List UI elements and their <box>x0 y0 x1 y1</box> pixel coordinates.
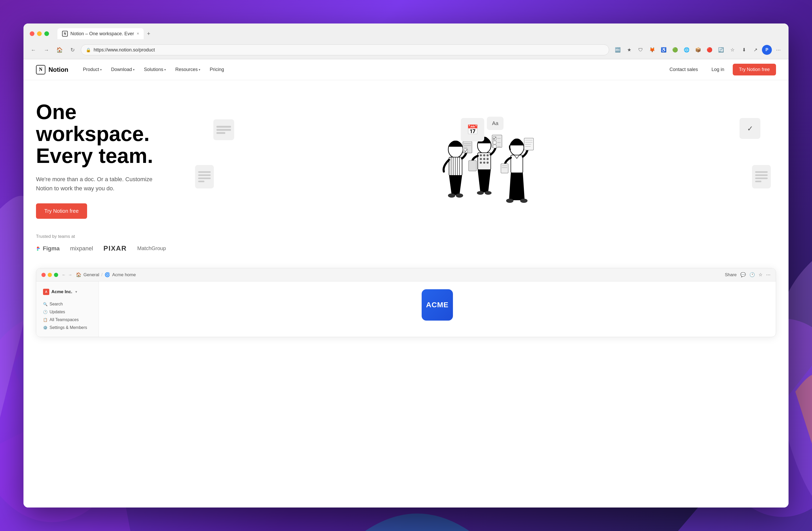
app-minimize-dot[interactable] <box>48 273 52 277</box>
more-action-icon[interactable]: ⋯ <box>766 272 770 278</box>
notion-logo-link[interactable]: N Notion <box>36 65 68 74</box>
browser-toolbar: ← → 🏠 ↻ 🔒 https://www.notion.so/product … <box>24 42 788 59</box>
ext3-icon[interactable]: 📦 <box>693 45 703 55</box>
share-icon[interactable]: ↗ <box>751 45 760 55</box>
svg-rect-35 <box>468 160 476 171</box>
app-actions: Share 💬 🕐 ☆ ⋯ <box>725 272 770 278</box>
minimize-button[interactable] <box>37 31 42 36</box>
sidebar-teamspaces-item[interactable]: 📋 All Teamspaces <box>40 316 95 324</box>
sidebar-search-item[interactable]: 🔍 Search <box>40 300 95 308</box>
ext1-icon[interactable]: 🟢 <box>670 45 680 55</box>
nav-actions: Contact sales Log in Try Notion free <box>664 64 776 75</box>
nav-solutions[interactable]: Solutions ▾ <box>140 65 170 74</box>
acme-logo: ACME <box>422 289 453 321</box>
back-button[interactable]: ← <box>29 45 38 55</box>
svg-point-26 <box>483 162 485 164</box>
float-check-card: ✓ <box>740 118 760 139</box>
lock-icon: 🔒 <box>86 47 91 53</box>
breadcrumb-page-icon: 🌀 <box>104 272 110 278</box>
bookmark-icon[interactable]: ☆ <box>727 45 737 55</box>
tab-close-btn[interactable]: × <box>136 31 139 36</box>
app-sidebar: A Acme Inc. ▾ 🔍 Search 🕐 Updates 📋 <box>36 281 99 337</box>
app-back-btn[interactable]: ← <box>62 273 66 277</box>
sidebar-settings-item[interactable]: ⚙️ Settings & Members <box>40 324 95 332</box>
breadcrumb-page-name: Acme home <box>112 272 136 278</box>
app-preview: ← → 🏠 General / 🌀 Acme home Share 💬 🕐 ☆ … <box>36 268 776 337</box>
chevron-down-icon: ▾ <box>164 68 166 71</box>
browser-chrome: N Notion – One workspace. Ever × + ← → 🏠… <box>24 24 788 59</box>
home-button[interactable]: 🏠 <box>55 45 64 55</box>
svg-point-20 <box>483 154 485 156</box>
login-button[interactable]: Log in <box>706 64 729 75</box>
svg-point-14 <box>448 193 455 198</box>
svg-point-25 <box>480 162 482 164</box>
profile-icon[interactable]: P <box>762 45 772 55</box>
svg-point-23 <box>483 158 485 160</box>
tab-title: Notion – One workspace. Ever <box>70 31 134 37</box>
svg-point-15 <box>456 193 463 198</box>
app-titlebar: ← → 🏠 General / 🌀 Acme home Share 💬 🕐 ☆ … <box>36 268 776 281</box>
window-controls <box>30 31 49 36</box>
app-nav-buttons: ← → <box>62 273 72 277</box>
updates-icon: 🕐 <box>43 310 47 314</box>
app-main-content: ACME <box>99 281 776 337</box>
workspace-chevron-icon: ▾ <box>75 290 77 294</box>
svg-point-49 <box>520 199 527 203</box>
url-text: https://www.notion.so/product <box>93 47 155 53</box>
translate-icon[interactable]: 🔤 <box>613 45 623 55</box>
refresh-button[interactable]: ↻ <box>68 45 77 55</box>
try-notion-free-hero-button[interactable]: Try Notion free <box>36 204 87 219</box>
accessibility-icon[interactable]: ♿ <box>659 45 669 55</box>
comment-icon[interactable]: 💬 <box>740 272 746 278</box>
breadcrumb-home-icon: 🏠 <box>76 272 81 278</box>
breadcrumb-general: General <box>84 272 99 278</box>
ext4-icon[interactable]: 🔴 <box>705 45 714 55</box>
teamspaces-icon: 📋 <box>43 318 47 322</box>
browser-window: N Notion – One workspace. Ever × + ← → 🏠… <box>24 24 788 507</box>
notion-logo-text: Notion <box>48 66 68 73</box>
download-icon[interactable]: ⬇ <box>739 45 749 55</box>
hero-illustration: 📅 Aa ✓ <box>187 114 776 239</box>
close-button[interactable] <box>30 31 34 36</box>
nav-resources[interactable]: Resources ▾ <box>171 65 204 74</box>
app-forward-btn[interactable]: → <box>68 273 72 277</box>
chevron-down-icon: ▾ <box>100 68 102 71</box>
ext2-icon[interactable]: 🌐 <box>682 45 692 55</box>
svg-point-37 <box>485 191 492 195</box>
try-notion-free-nav-button[interactable]: Try Notion free <box>733 64 776 75</box>
breadcrumb-separator: / <box>101 272 102 278</box>
notion-navbar: N Notion Product ▾ Download ▾ Solutions … <box>24 59 788 80</box>
nav-pricing[interactable]: Pricing <box>205 65 228 74</box>
share-button[interactable]: Share <box>725 272 737 278</box>
hero-title: One workspace. Every team. <box>36 101 187 167</box>
forward-button[interactable]: → <box>42 45 51 55</box>
workspace-label[interactable]: A Acme Inc. ▾ <box>40 287 95 297</box>
app-maximize-dot[interactable] <box>54 273 58 277</box>
app-body: A Acme Inc. ▾ 🔍 Search 🕐 Updates 📋 <box>36 281 776 337</box>
sidebar-updates-item[interactable]: 🕐 Updates <box>40 308 95 316</box>
float-text-card: Aa <box>487 117 504 130</box>
active-tab[interactable]: N Notion – One workspace. Ever × <box>57 28 144 39</box>
history-icon[interactable]: 🕐 <box>750 272 755 278</box>
address-bar[interactable]: 🔒 https://www.notion.so/product <box>81 44 609 55</box>
shield-icon[interactable]: 🛡 <box>636 45 646 55</box>
svg-rect-31 <box>493 141 496 144</box>
star-icon[interactable]: ★ <box>624 45 634 55</box>
nav-download[interactable]: Download ▾ <box>107 65 139 74</box>
trusted-text: Trusted by teams at <box>36 234 187 239</box>
more-button[interactable]: ⋯ <box>773 45 783 55</box>
sync-icon[interactable]: 🔄 <box>716 45 726 55</box>
float-doc-card-far-left <box>195 165 214 188</box>
new-tab-button[interactable]: + <box>145 29 152 38</box>
app-close-dot[interactable] <box>42 273 46 277</box>
settings-icon: ⚙️ <box>43 325 47 330</box>
contact-sales-button[interactable]: Contact sales <box>664 64 703 75</box>
star-action-icon[interactable]: ☆ <box>758 272 763 278</box>
svg-point-19 <box>480 154 482 156</box>
svg-point-21 <box>487 154 489 156</box>
hero-section: One workspace. Every team. We're more th… <box>24 80 788 268</box>
svg-rect-40 <box>524 138 534 150</box>
nav-product[interactable]: Product ▾ <box>79 65 106 74</box>
maximize-button[interactable] <box>44 31 49 36</box>
fox-icon[interactable]: 🦊 <box>647 45 657 55</box>
